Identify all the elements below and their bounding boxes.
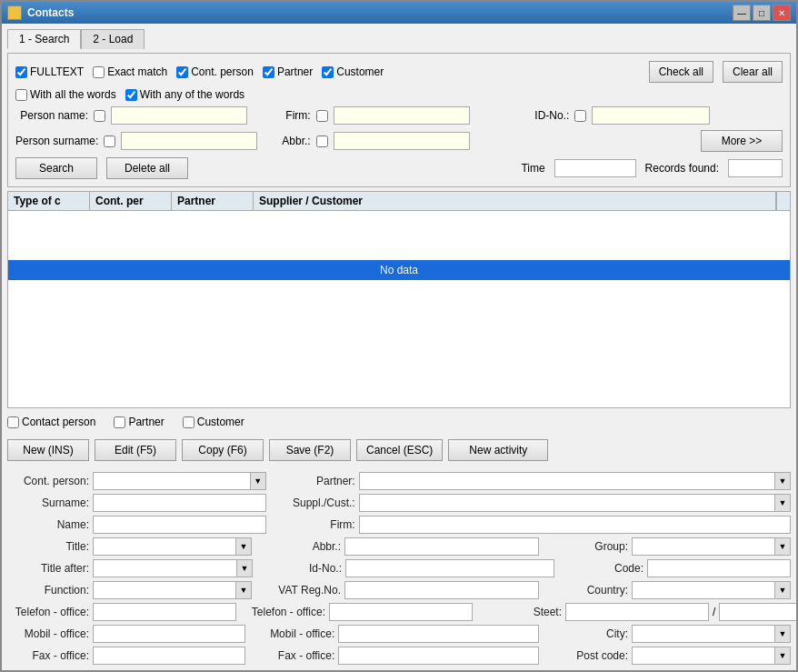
window-controls: — □ ✕ xyxy=(733,5,791,21)
suppl-cust-form-input[interactable] xyxy=(359,494,774,512)
bottom-contact-person-label[interactable]: Contact person xyxy=(7,416,95,428)
id-no-form-input[interactable] xyxy=(345,559,554,577)
clear-all-button[interactable]: Clear all xyxy=(723,61,783,83)
street-form-input[interactable] xyxy=(565,603,709,621)
abbr-label: Abbr.: xyxy=(274,135,311,147)
search-button[interactable]: Search xyxy=(15,157,97,179)
cont-person-form-field: Cont. person: ▼ xyxy=(7,472,266,490)
save-f2-button[interactable]: Save (F2) xyxy=(269,439,351,461)
edit-f5-button[interactable]: Edit (F5) xyxy=(95,439,176,461)
group-form-input[interactable] xyxy=(632,537,774,556)
person-surname-input[interactable] xyxy=(121,132,257,150)
cont-person-dropdown: ▼ xyxy=(93,472,266,490)
close-button[interactable]: ✕ xyxy=(773,5,791,21)
form-row-title-abbr-group: Title: ▼ Abbr.: Group: ▼ xyxy=(7,537,791,556)
new-ins-button[interactable]: New (INS) xyxy=(7,439,89,461)
customer-checkbox[interactable] xyxy=(322,66,334,78)
tab-search[interactable]: 1 - Search xyxy=(7,29,81,49)
fulltext-label[interactable]: FULLTEXT xyxy=(15,65,84,78)
with-any-label[interactable]: With any of the words xyxy=(125,88,244,101)
cont-person-label[interactable]: Cont. person xyxy=(176,65,254,78)
firm-checkbox[interactable] xyxy=(316,110,328,122)
telefon-office-left-input[interactable] xyxy=(93,603,236,621)
city-dropdown: ▼ xyxy=(632,625,791,643)
customer-label[interactable]: Customer xyxy=(322,65,384,78)
fax-office-right-input[interactable] xyxy=(338,647,539,665)
id-no-checkbox[interactable] xyxy=(574,110,586,122)
id-no-input[interactable] xyxy=(592,106,710,125)
firm-label: Firm: xyxy=(274,109,311,122)
partner-dropdown-btn[interactable]: ▼ xyxy=(774,472,791,490)
check-all-button[interactable]: Check all xyxy=(649,61,713,83)
app-icon xyxy=(7,5,22,20)
partner-checkbox[interactable] xyxy=(263,66,274,78)
street-form-field: Steet: / xyxy=(480,603,796,621)
firm-input[interactable] xyxy=(334,106,470,125)
person-surname-checkbox[interactable] xyxy=(104,135,115,147)
abbr-form-input[interactable] xyxy=(344,537,539,556)
telefon-office-right-input[interactable] xyxy=(329,603,473,621)
title-after-form-field: Title after: ▼ xyxy=(7,559,253,577)
title-after-dropdown: ▼ xyxy=(93,559,253,577)
partner-form-input[interactable] xyxy=(359,472,774,490)
more-btn-container: More >> xyxy=(533,130,783,152)
partner-form-field: Partner: ▼ xyxy=(274,472,791,490)
delete-all-button[interactable]: Delete all xyxy=(106,157,188,179)
city-dropdown-btn[interactable]: ▼ xyxy=(774,625,791,643)
function-dropdown: ▼ xyxy=(93,581,252,599)
cont-person-checkbox[interactable] xyxy=(176,66,188,78)
code-form-input[interactable] xyxy=(647,559,791,577)
more-button[interactable]: More >> xyxy=(701,130,783,152)
abbr-input[interactable] xyxy=(334,132,470,150)
post-code-dropdown-btn[interactable]: ▼ xyxy=(774,647,791,665)
time-input[interactable] xyxy=(554,159,636,177)
country-form-input[interactable] xyxy=(632,581,774,599)
name-form-input[interactable] xyxy=(93,516,266,534)
city-form-input[interactable] xyxy=(632,625,774,643)
bottom-customer-checkbox[interactable] xyxy=(183,416,195,428)
mobil-office-left-field: Mobil - office: xyxy=(7,625,245,643)
new-activity-button[interactable]: New activity xyxy=(448,439,548,461)
minimize-button[interactable]: — xyxy=(733,5,751,21)
with-any-checkbox[interactable] xyxy=(125,89,137,101)
bottom-customer-label[interactable]: Customer xyxy=(183,416,244,428)
mobil-office-right-input[interactable] xyxy=(338,625,539,643)
cont-person-dropdown-btn[interactable]: ▼ xyxy=(250,472,266,490)
bottom-partner-checkbox[interactable] xyxy=(114,416,125,428)
bottom-partner-label[interactable]: Partner xyxy=(114,416,164,428)
person-name-input[interactable] xyxy=(111,106,247,125)
title-dropdown-btn[interactable]: ▼ xyxy=(235,537,252,556)
firm-form-input[interactable] xyxy=(359,516,791,534)
title-after-form-input[interactable] xyxy=(93,559,236,577)
exact-match-label[interactable]: Exact match xyxy=(93,65,167,78)
form-row-surname-suppl: Surname: Suppl./Cust.: ▼ xyxy=(7,494,791,512)
title-form-input[interactable] xyxy=(93,537,235,556)
title-after-dropdown-btn[interactable]: ▼ xyxy=(236,559,253,577)
tab-load[interactable]: 2 - Load xyxy=(81,29,145,49)
street-no-form-input[interactable] xyxy=(719,603,796,621)
bottom-contact-person-checkbox[interactable] xyxy=(7,416,19,428)
fax-office-right-label: Fax - office: xyxy=(253,649,334,662)
partner-label[interactable]: Partner xyxy=(263,65,313,78)
maximize-button[interactable]: □ xyxy=(753,5,771,21)
abbr-checkbox[interactable] xyxy=(316,135,328,147)
function-form-input[interactable] xyxy=(93,581,235,599)
copy-f6-button[interactable]: Copy (F6) xyxy=(182,439,264,461)
fulltext-checkbox[interactable] xyxy=(15,66,27,78)
with-all-checkbox[interactable] xyxy=(15,89,27,101)
mobil-office-left-input[interactable] xyxy=(93,625,245,643)
post-code-form-input[interactable] xyxy=(632,647,774,665)
fax-office-left-input[interactable] xyxy=(93,647,245,665)
person-name-checkbox[interactable] xyxy=(94,110,105,122)
function-dropdown-btn[interactable]: ▼ xyxy=(235,581,252,599)
with-all-label[interactable]: With all the words xyxy=(15,88,116,101)
group-dropdown-btn[interactable]: ▼ xyxy=(774,537,791,556)
vat-form-input[interactable] xyxy=(344,581,539,599)
surname-form-input[interactable] xyxy=(93,494,266,512)
country-dropdown-btn[interactable]: ▼ xyxy=(774,581,791,599)
exact-match-checkbox[interactable] xyxy=(93,66,105,78)
cont-person-form-input[interactable] xyxy=(93,472,250,490)
cancel-esc-button[interactable]: Cancel (ESC) xyxy=(356,439,443,461)
form-row-cont-partner: Cont. person: ▼ Partner: ▼ xyxy=(7,472,791,490)
suppl-cust-dropdown-btn[interactable]: ▼ xyxy=(774,494,791,512)
